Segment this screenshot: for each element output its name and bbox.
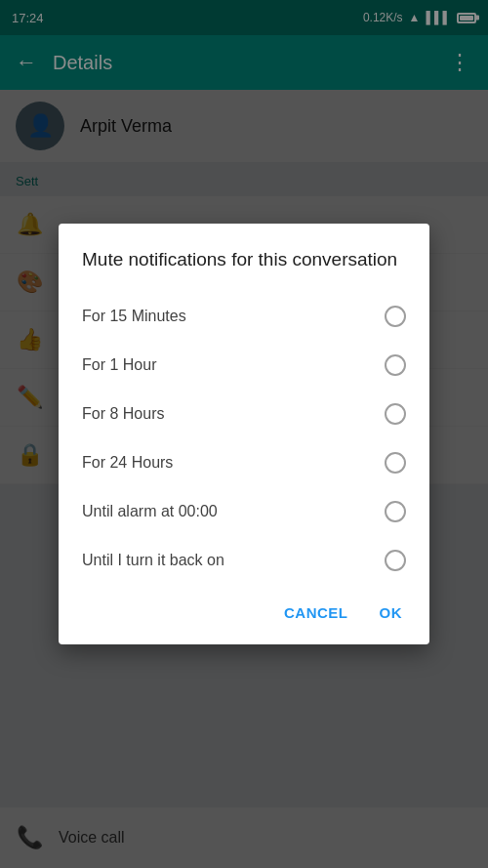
mute-dialog: Mute notifications for this conversation… <box>59 224 429 644</box>
radio-alarm[interactable] <box>385 501 406 522</box>
cancel-button[interactable]: CANCEL <box>272 597 360 629</box>
option-24hours[interactable]: For 24 Hours <box>59 438 429 487</box>
radio-1hour[interactable] <box>385 354 406 376</box>
radio-manual[interactable] <box>385 550 406 571</box>
option-1hour[interactable]: For 1 Hour <box>59 341 429 390</box>
overlay: Mute notifications for this conversation… <box>0 0 488 868</box>
option-8hours[interactable]: For 8 Hours <box>59 390 429 438</box>
option-manual[interactable]: Until I turn it back on <box>59 536 429 585</box>
radio-24hours[interactable] <box>385 452 406 474</box>
dialog-title: Mute notifications for this conversation <box>59 247 429 292</box>
ok-button[interactable]: OK <box>368 597 415 629</box>
option-8hours-label: For 8 Hours <box>82 405 164 423</box>
option-manual-label: Until I turn it back on <box>82 552 224 569</box>
option-1hour-label: For 1 Hour <box>82 356 156 374</box>
option-15min[interactable]: For 15 Minutes <box>59 292 429 341</box>
radio-8hours[interactable] <box>385 403 406 425</box>
dialog-actions: CANCEL OK <box>59 585 429 637</box>
option-alarm[interactable]: Until alarm at 00:00 <box>59 487 429 536</box>
radio-15min[interactable] <box>385 306 406 327</box>
option-15min-label: For 15 Minutes <box>82 308 186 325</box>
option-24hours-label: For 24 Hours <box>82 454 173 472</box>
option-alarm-label: Until alarm at 00:00 <box>82 503 218 520</box>
